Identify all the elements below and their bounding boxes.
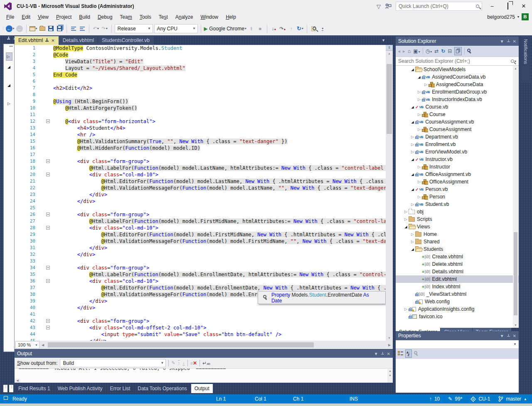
collapsed-arrow-icon[interactable]: ▷ xyxy=(403,210,409,214)
panel-tab-web-publish-activity[interactable]: Web Publish Activity xyxy=(54,384,106,393)
uncommitted-changes-indicator[interactable]: ✎99* xyxy=(448,396,462,402)
pin-icon[interactable] xyxy=(45,38,49,42)
collapsed-arrow-icon[interactable]: ▷ xyxy=(416,112,422,116)
properties-title-bar[interactable]: Properties ▼ ✕ xyxy=(396,331,519,340)
clear-all-button[interactable]: ≡✕ xyxy=(190,360,197,366)
code-line[interactable]: 42− <div class="form-group"> xyxy=(15,318,386,324)
find-in-files-button[interactable] xyxy=(310,24,318,33)
forward-button[interactable]: ▸ xyxy=(403,48,405,54)
tree-item-schoolviewmodels[interactable]: ◢SchoolViewModels xyxy=(396,66,519,73)
tree-item-officeassignment[interactable]: ▷OfficeAssignment xyxy=(396,178,519,186)
output-scroll-left-icon[interactable]: ◀ xyxy=(15,379,20,383)
editor-tab-details.vbhtml[interactable]: Details.vbhtml xyxy=(59,36,98,45)
code-line[interactable]: 23 </div> xyxy=(15,191,386,198)
scroll-up-icon[interactable]: ▲ xyxy=(513,66,518,71)
property-pages-wrench-icon[interactable] xyxy=(414,351,419,356)
strip-expander-selected[interactable]: ▷ xyxy=(6,52,12,61)
tree-item-details-vbhtml[interactable]: +[@]Details.vbhtml xyxy=(396,268,519,275)
code-line[interactable]: 11 xyxy=(15,111,386,118)
feedback-funnel-icon[interactable]: ▽ xyxy=(377,3,381,10)
code-line[interactable]: 21 @Html.EditorFor(Function(model) model… xyxy=(15,178,386,185)
properties-object-select[interactable]: ▼ xyxy=(396,340,519,349)
close-icon[interactable]: ✕ xyxy=(513,39,516,44)
strip-expander[interactable]: ◢ xyxy=(6,65,12,69)
collapsed-arrow-icon[interactable]: ▷ xyxy=(416,165,422,169)
tree-item-students[interactable]: ◢Students xyxy=(396,245,519,253)
code-line[interactable]: 26− <div class="form-group"> xyxy=(15,211,386,218)
status-insert-mode[interactable]: INS xyxy=(350,396,358,402)
menu-view[interactable]: View xyxy=(34,13,52,21)
collapsed-arrow-icon[interactable]: ▷ xyxy=(416,97,422,102)
code-line[interactable]: 31 </div> xyxy=(15,245,386,251)
send-feedback-icon[interactable] xyxy=(385,3,392,9)
previous-message-button[interactable]: ↑ xyxy=(178,360,180,366)
expanded-arrow-icon[interactable]: ◢ xyxy=(410,105,415,109)
stop-button[interactable]: ■ xyxy=(256,24,264,33)
code-line[interactable]: 20− <div class="col-md-10"> xyxy=(15,171,386,178)
strip-expander[interactable]: ◢ xyxy=(6,83,12,87)
save-button[interactable] xyxy=(47,24,55,33)
tree-item-course-vb[interactable]: ◢✓VBCourse.vb xyxy=(396,103,519,111)
indent-button[interactable] xyxy=(79,24,86,33)
code-line[interactable]: 3 ViewData("Title") = "Edit" xyxy=(15,58,386,65)
collapsed-arrow-icon[interactable]: ▷ xyxy=(410,142,415,146)
status-line[interactable]: Ln 1 xyxy=(216,396,226,402)
tree-item-web-config[interactable]: Web.config xyxy=(396,298,519,305)
tree-item-applicationinsights-config[interactable]: ▷ApplicationInsights.config xyxy=(396,305,519,313)
scroll-up-icon[interactable]: ▲ xyxy=(386,51,393,56)
menu-window[interactable]: Window xyxy=(197,13,222,21)
tree-item-create-vbhtml[interactable]: +[@]Create.vbhtml xyxy=(396,253,519,260)
code-line[interactable]: 35 @Html.LabelFor(Function(model) model.… xyxy=(15,271,386,278)
code-line[interactable]: 22 @Html.ValidationMessageFor(Function(m… xyxy=(15,185,386,191)
pending-changes-filter-button[interactable]: ◷▾ xyxy=(426,48,432,54)
close-icon[interactable]: ✕ xyxy=(387,352,390,356)
expanded-arrow-icon[interactable]: ◢ xyxy=(410,120,415,124)
find-message-button[interactable]: ✎ xyxy=(171,360,175,366)
collapse-region-icon[interactable]: − xyxy=(46,226,50,230)
code-line[interactable]: 10 @Html.AntiForgeryToken() xyxy=(15,105,386,111)
code-line[interactable]: 9@Using (Html.BeginForm()) xyxy=(15,98,386,105)
toolbar-overflow-button[interactable]: ▾ xyxy=(319,24,326,33)
menu-team[interactable]: Team xyxy=(116,13,135,21)
new-project-button[interactable]: ▾ xyxy=(30,24,37,33)
code-line[interactable]: 17 xyxy=(15,151,386,158)
start-debugging-button[interactable]: ▶ Google Chrome▾ xyxy=(204,24,246,33)
code-line[interactable]: 43− <div class="col-md-offset-2 col-md-1… xyxy=(15,324,386,331)
pause-button[interactable]: ‖ xyxy=(248,24,255,33)
switch-views-button[interactable]: ▣▾ xyxy=(413,48,420,54)
tree-item-assignedcoursedata[interactable]: ▷AssignedCourseData xyxy=(396,81,519,88)
collapsed-arrow-icon[interactable]: ▷ xyxy=(410,135,415,139)
tree-item-assignedcoursedata-vb[interactable]: ◢VBAssignedCourseData.vb xyxy=(396,73,519,81)
scroll-right-icon[interactable]: ▶ xyxy=(386,343,393,347)
toggle-word-wrap-button[interactable]: ↵ab xyxy=(202,360,210,366)
repository-indicator[interactable]: CU-1 xyxy=(470,396,490,402)
refresh-button[interactable]: ↻ xyxy=(441,48,445,54)
panel-grip[interactable]: ⁞⁞ xyxy=(3,385,7,392)
scroll-left-icon[interactable]: ◀ xyxy=(39,343,46,347)
tree-item-person[interactable]: ▷Person xyxy=(396,193,519,201)
alphabetical-button[interactable]: A↓Z xyxy=(405,349,412,358)
code-line[interactable]: 33 xyxy=(15,258,386,265)
tree-item-views[interactable]: ◢Views xyxy=(396,223,519,230)
panel-tab-error-list[interactable]: Error List xyxy=(107,384,134,393)
navigate-back-button[interactable]: ←▾ xyxy=(6,24,15,33)
panel-grip[interactable]: ⁞⁞ xyxy=(9,385,13,392)
tree-item-courseassignment-vb[interactable]: ◢VBCourseAssignment.vb xyxy=(396,118,519,126)
code-line[interactable]: 8 xyxy=(15,92,386,98)
signed-in-user[interactable]: belgorod275 xyxy=(487,14,515,20)
tree-item-instructor[interactable]: ▷Instructor xyxy=(396,163,519,171)
tree-item-edit-vbhtml[interactable]: +[@]Edit.vbhtml xyxy=(396,275,519,283)
collapse-region-icon[interactable]: − xyxy=(46,159,50,163)
editor-tab-edit.vbhtml[interactable]: Edit.vbhtml✕ xyxy=(15,36,59,45)
tree-item-officeassignment-vb[interactable]: ◢VBOfficeAssignment.vb xyxy=(396,171,519,178)
navigate-forward-button[interactable]: → xyxy=(16,24,23,33)
collapsed-arrow-icon[interactable]: ▷ xyxy=(416,180,422,184)
tree-item-student-vb[interactable]: ▷VBStudent.vb xyxy=(396,201,519,208)
code-line[interactable]: 13 <h4>Student</h4> xyxy=(15,125,386,131)
search-solution-explorer-input[interactable]: Search Solution Explorer (Ctrl+;) ▾ xyxy=(396,57,519,66)
code-line[interactable]: 36− <div class="col-md-10"> xyxy=(15,278,386,285)
collapse-region-icon[interactable]: − xyxy=(46,173,50,176)
code-line[interactable]: 16 @Html.HiddenFor(Function(model) model… xyxy=(15,145,386,151)
scroll-down-icon[interactable]: ▼ xyxy=(513,322,518,328)
window-menu-icon[interactable]: ▼ xyxy=(500,334,504,338)
